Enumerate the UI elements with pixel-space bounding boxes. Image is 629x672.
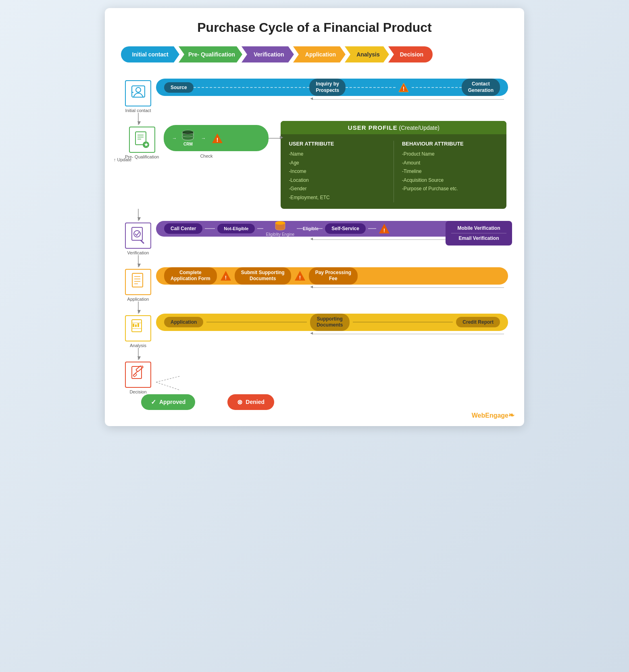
user-attr-age: -Age xyxy=(289,159,385,168)
initial-contact-pill-bar: Source Inquiry byProspects ! ContactGene… xyxy=(156,79,508,96)
outcome-buttons: ✓ Approved ⊗ Denied xyxy=(141,394,274,410)
check-circle-icon: ✓ xyxy=(151,398,156,406)
verify-popup: Mobile Verification Email Verification xyxy=(446,221,512,245)
behav-attr-col: BEHAVIOUR ATTRIBUTE -Product Name -Amoun… xyxy=(402,141,499,202)
decision-icon xyxy=(130,366,146,383)
denied-label: Denied xyxy=(246,399,265,405)
source-node: Source xyxy=(164,82,194,93)
spacer-1 xyxy=(206,322,307,322)
ret-sym-2: ◄ xyxy=(309,236,314,241)
flow-area: Initial contact Source Inquiry byProspec… xyxy=(121,79,508,410)
update-label: ↑ Update xyxy=(114,157,131,162)
stage-analysis: Analysis xyxy=(345,46,389,62)
user-attr-name: -Name xyxy=(289,150,385,159)
application-label: Application xyxy=(127,297,149,302)
update-text: ↑ Update xyxy=(114,157,131,162)
call-center-node: Call Center xyxy=(164,223,202,234)
db-icon xyxy=(181,130,195,142)
verify-icon-rect xyxy=(125,223,151,249)
user-profile-block: USER PROFILE (Create/Update) USER ATTRIB… xyxy=(281,121,506,209)
svg-rect-24 xyxy=(132,273,143,287)
behav-attr-product: -Product Name xyxy=(402,150,499,159)
cert-icon: ★ xyxy=(134,131,150,149)
initial-contact-icon-group: Initial contact xyxy=(125,79,151,113)
down-arrow-5: ▼ xyxy=(138,348,142,360)
return-arrow-1: ◄ xyxy=(156,96,508,102)
behav-attr-timeline: -Timeline xyxy=(402,167,499,176)
svg-rect-42 xyxy=(133,373,137,377)
verification-label: Verification xyxy=(127,250,149,255)
analysis-icon-rect xyxy=(125,315,151,341)
down-connector-2: ▼ xyxy=(138,209,508,221)
stage-pre-qualification: Pre- Qualification xyxy=(179,46,242,62)
connector-2: ▼ xyxy=(125,209,508,221)
svg-text:!: ! xyxy=(299,275,300,281)
person-icon xyxy=(130,84,146,102)
contact-gen-node: ContactGeneration xyxy=(462,79,500,96)
arrow-ne xyxy=(205,228,215,229)
app-icon xyxy=(131,273,146,291)
decision-label: Decision xyxy=(129,389,146,394)
main-container: Purchase Cycle of a Financial Product In… xyxy=(105,8,524,426)
user-attr-income: -Income xyxy=(289,167,385,176)
eligibility-db-icon xyxy=(274,221,287,231)
app-bar-wrap: CompleteApplication Form ! Submit Suppor… xyxy=(156,267,508,291)
application-row: Application CompleteApplication Form ! S… xyxy=(125,267,508,302)
crm-db-group: CRM xyxy=(181,130,195,146)
stage-initial-contact: Initial contact xyxy=(121,46,179,62)
return-arrow-4: ◄ xyxy=(156,331,508,337)
arrow2 xyxy=(346,87,396,88)
down-arrow-3: ▼ xyxy=(138,255,142,267)
application-icon-group: Application xyxy=(125,267,151,302)
decision-icon-group: Decision xyxy=(125,360,151,394)
eligibility-label: Eligiblity Engine xyxy=(266,232,294,237)
watermark-text2: Engage xyxy=(485,412,508,419)
ret-sym-3: ◄ xyxy=(309,284,314,289)
pre-qual-pill-bar: → CRM → ! xyxy=(164,125,269,151)
warn-icon-5: ! xyxy=(294,270,306,281)
ret-sym-4: ◄ xyxy=(309,331,314,335)
arrow-right-3: ▶ xyxy=(280,135,283,140)
stage-decision: Decision xyxy=(388,46,433,62)
inquiry-node: Inquiry byProspects xyxy=(309,79,346,96)
down-arrow-4: ▼ xyxy=(138,302,142,314)
warn-icon-3: ! xyxy=(379,223,390,234)
analysis-bar-wrap: Application SupportingDocuments Credit R… xyxy=(156,314,508,337)
arrow3 xyxy=(412,87,462,88)
verification-icon-group: Verification xyxy=(125,221,151,255)
user-profile-header: USER PROFILE (Create/Update) xyxy=(281,121,506,134)
svg-line-44 xyxy=(156,376,180,382)
stage-application: Application xyxy=(293,46,346,62)
user-attr-employment: -Employment, ETC xyxy=(289,193,385,202)
supporting-docs-node: SupportingDocuments xyxy=(310,314,349,331)
warn-icon-4: ! xyxy=(220,270,231,281)
user-profile-body: USER ATTRIBUTE -Name -Age -Income -Locat… xyxy=(281,134,506,209)
submit-docs-node: Submit SupportingDocuments xyxy=(235,267,291,285)
arrow-to-db xyxy=(257,228,263,229)
arrow-to-profile: ▶ xyxy=(269,125,281,151)
approved-button[interactable]: ✓ Approved xyxy=(141,394,195,410)
analysis-row: Analysis Application SupportingDocuments… xyxy=(125,314,508,348)
down-arrow-1: ▼ xyxy=(138,113,142,125)
decision-outcomes xyxy=(156,360,237,392)
eligible-group: Eligible xyxy=(297,226,323,231)
svg-text:!: ! xyxy=(225,275,227,281)
watermark-text1: Web xyxy=(472,412,485,419)
denied-button[interactable]: ⊗ Denied xyxy=(227,394,274,410)
self-service-node: Self-Service xyxy=(325,223,366,234)
behav-attr-acquisition: -Acquisition Source xyxy=(402,176,499,185)
user-attr-location: -Location xyxy=(289,176,385,185)
decision-row: Decision xyxy=(125,360,508,394)
pre-qual-icon-group: ↑ Update ★ Pre- Qualification xyxy=(125,125,159,159)
svg-line-19 xyxy=(141,240,144,243)
crm-label: CRM xyxy=(183,142,193,146)
arrow-to-warn xyxy=(368,228,376,229)
horiz-connector: ▶ xyxy=(269,138,281,139)
page-title: Purchase Cycle of a Financial Product xyxy=(121,20,508,35)
svg-text:!: ! xyxy=(403,85,405,92)
email-verify: Email Verification xyxy=(451,233,506,243)
stage-bar: Initial contact Pre- Qualification Verif… xyxy=(121,46,508,62)
svg-text:!: ! xyxy=(217,136,219,143)
up-subtitle: (Create/Update) xyxy=(399,125,439,131)
svg-text:!: ! xyxy=(383,227,385,233)
